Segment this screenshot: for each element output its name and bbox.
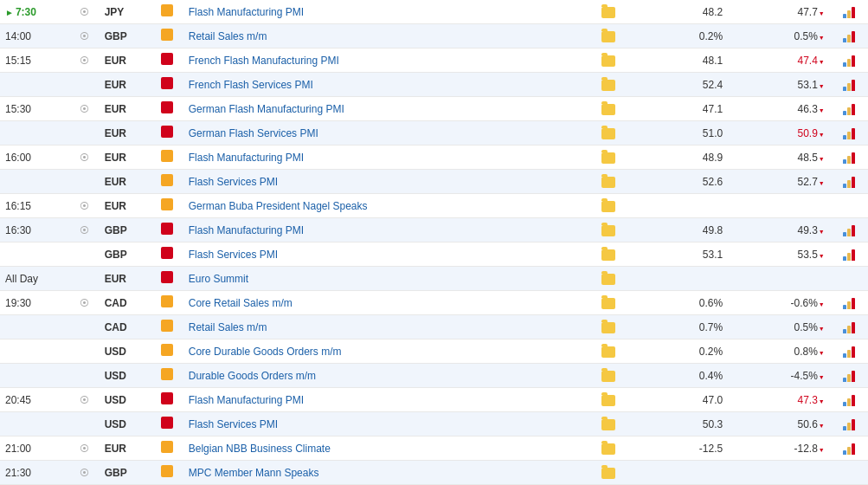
event-name[interactable]: Flash Manufacturing PMI [183,388,591,412]
chart-cell[interactable] [830,24,868,48]
bell-cell[interactable] [70,73,100,97]
event-name[interactable]: Euro Summit [183,267,591,291]
event-name[interactable]: Flash Manufacturing PMI [183,218,591,242]
play-icon[interactable]: ► [5,8,14,17]
chart-cell[interactable] [830,48,868,73]
bar-chart-icon[interactable] [843,30,855,42]
bell-icon[interactable]: ⦿ [80,104,89,114]
bell-cell[interactable]: ⦿ [70,194,100,218]
detail-folder[interactable] [590,24,626,48]
bell-icon[interactable]: ⦿ [80,468,89,478]
detail-folder[interactable] [590,0,626,24]
folder-icon[interactable] [601,7,615,18]
event-name[interactable]: Retail Sales m/m [183,315,591,340]
bell-icon[interactable]: ⦿ [80,443,89,454]
bell-cell[interactable]: ⦿ [70,24,100,48]
chart-cell[interactable] [830,436,868,461]
detail-folder[interactable] [590,291,626,315]
bell-cell[interactable] [70,340,100,364]
chart-cell[interactable] [830,146,868,170]
chart-cell[interactable] [830,194,868,218]
bell-cell[interactable] [70,364,100,388]
event-name[interactable]: Flash Services PMI [183,242,591,267]
bar-chart-icon[interactable] [843,127,855,139]
bell-cell[interactable]: ⦿ [70,146,100,170]
detail-folder[interactable] [590,461,626,485]
bell-cell[interactable]: ⦿ [70,97,100,121]
detail-folder[interactable] [590,194,626,218]
bell-cell[interactable] [70,412,100,436]
event-name[interactable]: Belgian NBB Business Climate [183,436,591,461]
bar-chart-icon[interactable] [843,346,855,358]
folder-icon[interactable] [601,31,615,42]
bell-icon[interactable]: ⦿ [80,55,89,66]
bell-icon[interactable]: ⦿ [80,395,89,405]
event-name[interactable]: Core Durable Goods Orders m/m [183,340,591,364]
bar-chart-icon[interactable] [843,443,855,455]
detail-folder[interactable] [590,97,626,121]
bell-icon[interactable]: ⦿ [80,225,89,236]
event-name[interactable]: French Flash Manufacturing PMI [183,48,591,73]
chart-cell[interactable] [830,412,868,436]
bell-cell[interactable]: ⦿ [70,461,100,485]
folder-icon[interactable] [601,249,615,261]
chart-cell[interactable] [830,388,868,412]
event-name[interactable]: Retail Sales m/m [183,24,591,48]
folder-icon[interactable] [601,419,615,430]
event-name[interactable]: Flash Manufacturing PMI [183,0,591,24]
chart-cell[interactable] [830,461,868,485]
chart-cell[interactable] [830,170,868,194]
bar-chart-icon[interactable] [843,370,855,382]
detail-folder[interactable] [590,364,626,388]
detail-folder[interactable] [590,267,626,291]
bar-chart-icon[interactable] [843,79,855,91]
folder-icon[interactable] [601,80,615,91]
bell-cell[interactable] [70,242,100,267]
event-name[interactable]: Durable Goods Orders m/m [183,364,591,388]
bell-cell[interactable]: ⦿ [70,436,100,461]
detail-folder[interactable] [590,315,626,340]
chart-cell[interactable] [830,242,868,267]
detail-folder[interactable] [590,170,626,194]
bell-icon[interactable]: ⦿ [80,7,89,17]
bell-cell[interactable]: ⦿ [70,0,100,24]
folder-icon[interactable] [601,177,615,188]
event-name[interactable]: German Flash Manufacturing PMI [183,97,591,121]
folder-icon[interactable] [601,104,615,115]
bar-chart-icon[interactable] [843,103,855,115]
folder-icon[interactable] [601,274,615,285]
detail-folder[interactable] [590,388,626,412]
detail-folder[interactable] [590,73,626,97]
folder-icon[interactable] [601,225,615,236]
folder-icon[interactable] [601,322,615,333]
chart-cell[interactable] [830,267,868,291]
folder-icon[interactable] [601,128,615,139]
bar-chart-icon[interactable] [843,224,855,236]
bar-chart-icon[interactable] [843,418,855,430]
detail-folder[interactable] [590,218,626,242]
bell-cell[interactable] [70,267,100,291]
detail-folder[interactable] [590,146,626,170]
bell-icon[interactable]: ⦿ [80,152,89,163]
chart-cell[interactable] [830,73,868,97]
bell-cell[interactable] [70,315,100,340]
bell-icon[interactable]: ⦿ [80,298,89,308]
bar-chart-icon[interactable] [843,394,855,406]
folder-icon[interactable] [601,346,615,358]
bar-chart-icon[interactable] [843,297,855,309]
event-name[interactable]: Flash Manufacturing PMI [183,146,591,170]
bar-chart-icon[interactable] [843,55,855,67]
detail-folder[interactable] [590,121,626,146]
folder-icon[interactable] [601,371,615,382]
detail-folder[interactable] [590,242,626,267]
bar-chart-icon[interactable] [843,321,855,333]
bar-chart-icon[interactable] [843,176,855,188]
bell-cell[interactable] [70,170,100,194]
event-name[interactable]: Flash Services PMI [183,412,591,436]
event-name[interactable]: Flash Services PMI [183,170,591,194]
folder-icon[interactable] [601,298,615,309]
chart-cell[interactable] [830,97,868,121]
chart-cell[interactable] [830,315,868,340]
folder-icon[interactable] [601,395,615,406]
bell-cell[interactable]: ⦿ [70,218,100,242]
